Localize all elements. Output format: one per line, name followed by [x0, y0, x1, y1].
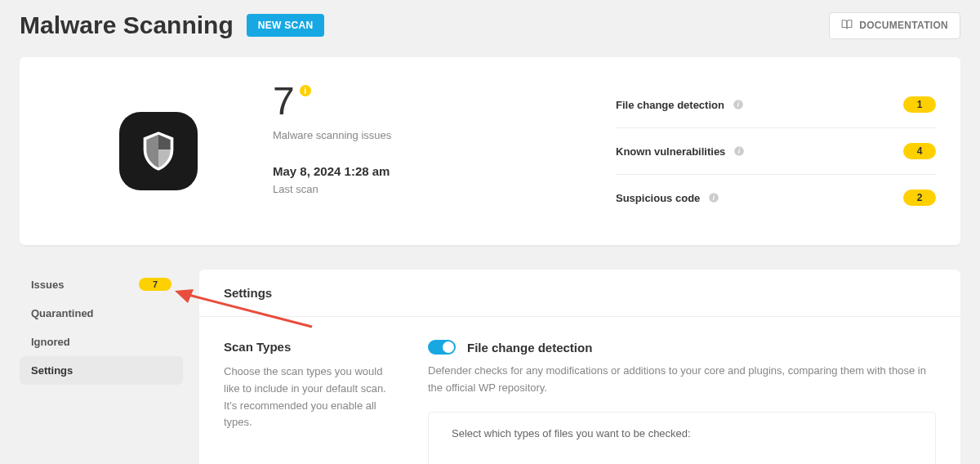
app-icon-wrap [44, 82, 273, 221]
sidebar-item-settings[interactable]: Settings [20, 356, 183, 385]
stat-label-text: Suspicious code [616, 192, 700, 204]
file-change-toggle[interactable] [428, 340, 456, 355]
scan-types-heading: Scan Types [224, 340, 395, 354]
summary-card: 7 i Malware scanning issues May 8, 2024 … [20, 57, 960, 245]
summary-stats-left: 7 i Malware scanning issues May 8, 2024 … [273, 82, 616, 221]
sidebar-item-label: Quarantined [31, 307, 94, 319]
file-types-box: Select which types of files you want to … [428, 412, 936, 464]
stat-row: Suspicious code i 2 [616, 175, 936, 221]
sidebar-item-quarantined[interactable]: Quarantined [20, 299, 183, 328]
sidebar-item-badge: 7 [139, 278, 172, 291]
page-title: Malware Scanning [20, 11, 234, 39]
sidebar-item-label: Ignored [31, 336, 70, 348]
issue-count-label: Malware scanning issues [273, 129, 599, 141]
scan-types-description: Choose the scan types you would like to … [224, 364, 395, 431]
file-change-description: Defender checks for any modifications or… [428, 363, 936, 397]
stat-label-text: Known vulnerabilities [616, 145, 725, 158]
stat-badge: 1 [903, 96, 936, 113]
stat-badge: 4 [903, 143, 936, 159]
documentation-button[interactable]: DOCUMENTATION [829, 12, 960, 39]
shield-icon [119, 112, 198, 190]
settings-sidebar: Issues 7 Quarantined Ignored Settings [20, 270, 183, 464]
info-icon[interactable]: i [733, 145, 745, 157]
sidebar-item-label: Issues [31, 279, 64, 291]
summary-stats-right: File change detection i 1 Known vulnerab… [616, 82, 936, 221]
sidebar-item-label: Settings [31, 364, 73, 377]
warning-dot-icon: i [300, 85, 311, 96]
new-scan-button[interactable]: NEW SCAN [247, 14, 325, 37]
sidebar-item-issues[interactable]: Issues 7 [20, 270, 183, 299]
stat-badge: 2 [903, 190, 936, 206]
stat-label-text: File change detection [616, 99, 724, 111]
last-scan-label: Last scan [273, 183, 599, 195]
file-change-toggle-label: File change detection [467, 341, 592, 355]
panel-title: Settings [224, 286, 936, 300]
sidebar-item-ignored[interactable]: Ignored [20, 328, 183, 356]
file-types-box-text: Select which types of files you want to … [452, 427, 912, 439]
stat-row: Known vulnerabilities i 4 [616, 128, 936, 175]
stat-row: File change detection i 1 [616, 82, 936, 128]
last-scan-time: May 8, 2024 1:28 am [273, 164, 599, 178]
documentation-label: DOCUMENTATION [859, 20, 948, 31]
settings-panel: Settings Scan Types Choose the scan type… [199, 270, 960, 464]
book-icon [841, 19, 853, 33]
issue-count: 7 [273, 82, 295, 121]
info-icon[interactable]: i [733, 99, 744, 110]
info-icon[interactable]: i [708, 192, 719, 203]
